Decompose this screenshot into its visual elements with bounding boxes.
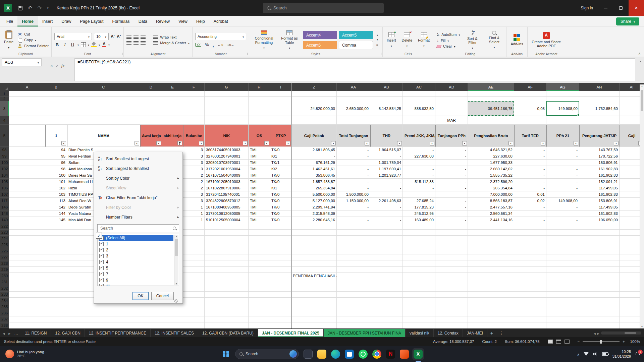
cell[interactable] xyxy=(403,279,435,286)
cell[interactable]: - xyxy=(403,185,435,191)
cell[interactable] xyxy=(514,298,546,304)
ribbon-tab-formulas[interactable]: Formulas xyxy=(108,16,134,26)
merge-center-button[interactable]: Merge & Center xyxy=(160,41,186,45)
cell[interactable] xyxy=(205,298,249,304)
zoom-out-icon[interactable] xyxy=(578,340,580,344)
cell[interactable] xyxy=(403,116,435,125)
delete-cells-button[interactable]: × Delete xyxy=(400,32,414,48)
zoom-in-icon[interactable] xyxy=(623,340,625,344)
cell[interactable] xyxy=(468,298,514,304)
filter-menu-item-sort-by-color[interactable]: Sort by Color xyxy=(94,173,182,183)
filter-value-3[interactable]: 3 xyxy=(99,253,173,259)
row-header-234[interactable]: 234 xyxy=(0,298,9,304)
cell[interactable] xyxy=(183,260,205,267)
row-header-231[interactable]: 231 xyxy=(0,279,9,286)
cell[interactable]: 1.001.789,04 xyxy=(370,160,403,166)
cell[interactable]: 4.646.321,52 xyxy=(468,147,514,153)
previous-sheet-icon[interactable] xyxy=(1,331,6,336)
cell[interactable]: 1.964.515,07 xyxy=(370,147,403,153)
cell[interactable]: 2.560.561,34 xyxy=(468,210,514,217)
cell[interactable] xyxy=(140,316,162,323)
cell[interactable] xyxy=(468,248,514,254)
customize-qat-icon[interactable] xyxy=(47,6,49,10)
align-center-icon[interactable] xyxy=(133,41,139,45)
cell[interactable]: 27.685,24 xyxy=(403,198,435,204)
column-header-E[interactable]: E xyxy=(162,83,183,91)
style-tile-accent4[interactable]: Accent4 xyxy=(303,31,337,39)
cell[interactable] xyxy=(291,230,337,236)
cell[interactable]: - xyxy=(514,160,546,166)
cell[interactable]: 1.762.854,60 xyxy=(579,101,620,116)
increase-decimal-icon[interactable] xyxy=(218,43,223,47)
vertical-scrollbar[interactable]: ▲ ▼ xyxy=(640,84,644,328)
cell[interactable] xyxy=(546,116,579,125)
cell[interactable] xyxy=(337,273,370,279)
number-dialog-launcher-icon[interactable] xyxy=(245,53,248,55)
cell[interactable] xyxy=(403,310,435,316)
filter-button-D[interactable] xyxy=(156,141,161,145)
cell[interactable]: 245.012,95 xyxy=(403,210,435,217)
cell[interactable]: TK/0 xyxy=(270,204,291,210)
titlebar-search-box[interactable]: Search xyxy=(263,3,384,13)
ribbon-tab-insert[interactable]: Insert xyxy=(38,16,57,26)
cell[interactable]: - xyxy=(337,185,370,191)
cell[interactable]: - xyxy=(546,179,579,185)
cell[interactable] xyxy=(270,223,291,230)
store-icon[interactable] xyxy=(345,350,354,359)
cell[interactable]: - xyxy=(514,153,546,160)
cell[interactable] xyxy=(370,292,403,298)
cell[interactable] xyxy=(579,260,620,267)
cell[interactable] xyxy=(337,292,370,298)
cell[interactable] xyxy=(435,97,468,101)
cell[interactable] xyxy=(205,260,249,267)
cell[interactable]: - xyxy=(435,153,468,160)
cell[interactable] xyxy=(162,310,183,316)
cell[interactable] xyxy=(183,304,205,310)
increase-font-button[interactable]: A xyxy=(111,34,115,39)
cell[interactable] xyxy=(205,304,249,310)
cell[interactable]: PENERIMA PENGHASILAN#1671041505990007 xyxy=(291,273,337,279)
cell[interactable] xyxy=(270,230,291,236)
cell[interactable] xyxy=(45,322,67,329)
cell[interactable]: - xyxy=(337,204,370,210)
cell[interactable] xyxy=(337,279,370,286)
cell[interactable]: TMI xyxy=(249,185,270,191)
cell[interactable] xyxy=(45,116,67,125)
column-header-D[interactable]: D xyxy=(140,83,162,91)
filter-value-select-all[interactable]: (Select All) xyxy=(99,235,173,241)
header-cell-AG[interactable]: PPh 21 xyxy=(546,125,579,147)
cell[interactable] xyxy=(205,273,249,279)
cell[interactable] xyxy=(9,242,45,248)
cell[interactable] xyxy=(468,91,514,97)
cell[interactable] xyxy=(468,285,514,292)
gallery-down-icon[interactable] xyxy=(377,38,378,41)
cell[interactable] xyxy=(9,230,45,236)
horizontal-scrollbar-thumb[interactable] xyxy=(625,332,636,334)
cell[interactable]: - xyxy=(546,185,579,191)
cell[interactable] xyxy=(291,304,337,310)
cell[interactable] xyxy=(514,242,546,248)
header-cell-G[interactable]: NIK xyxy=(205,125,249,147)
cell[interactable]: 5101012505000004 xyxy=(205,217,249,223)
cell[interactable] xyxy=(546,279,579,286)
clipboard-dialog-launcher-icon[interactable] xyxy=(48,53,50,55)
cell[interactable] xyxy=(67,304,140,310)
sheet-tab-12-coretax[interactable]: 12. Coretax xyxy=(434,329,463,337)
cell[interactable] xyxy=(579,292,620,298)
align-middle-icon[interactable] xyxy=(133,36,139,39)
cell[interactable] xyxy=(183,298,205,304)
cell[interactable] xyxy=(45,292,67,298)
cell[interactable]: 3 xyxy=(183,166,205,172)
conditional-formatting-button[interactable]: Conditional Formatting xyxy=(252,30,276,50)
page-layout-view-icon[interactable] xyxy=(556,340,561,344)
cell[interactable]: 3173010912050005 xyxy=(205,210,249,217)
header-cell-AC[interactable]: Premi JKK, JKM, Kes xyxy=(403,125,435,147)
cell[interactable] xyxy=(546,316,579,323)
cancel-entry-icon[interactable] xyxy=(50,63,53,68)
cell[interactable] xyxy=(249,91,270,97)
cell[interactable] xyxy=(468,254,514,261)
cell[interactable]: 1671071504040009 xyxy=(205,172,249,179)
cell[interactable]: - xyxy=(435,191,468,198)
cell[interactable] xyxy=(45,310,67,316)
cell[interactable] xyxy=(546,292,579,298)
